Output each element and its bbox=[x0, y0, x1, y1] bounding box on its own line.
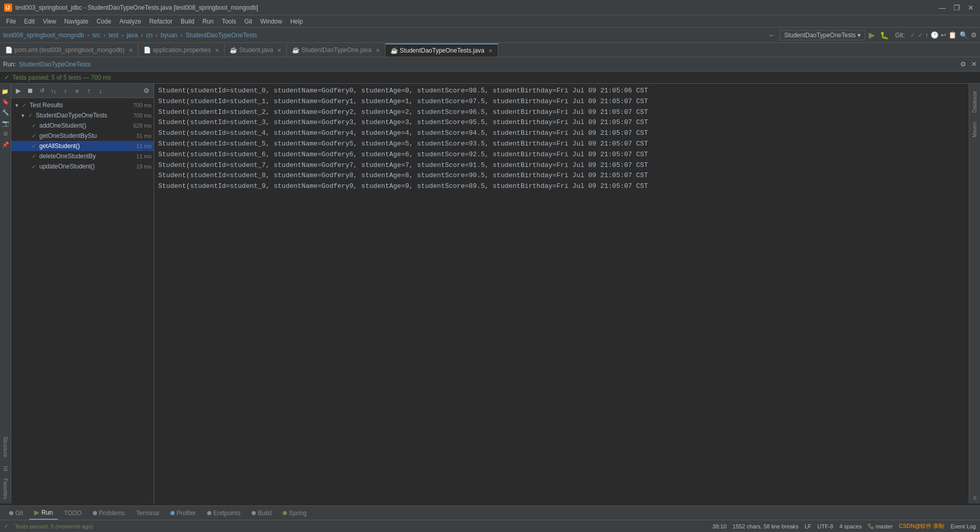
tab-studentdaotypeonetests-java[interactable]: ☕ StudentDaoTypeOneTests.java ✕ bbox=[385, 43, 498, 57]
git-check2-icon[interactable]: ✓ bbox=[918, 31, 923, 39]
test-tree-add[interactable]: ✓ addOneStudent() 628 ms bbox=[11, 120, 154, 131]
test-tree-results-root[interactable]: ▾ ✓ Test Results 700 ms bbox=[11, 100, 154, 110]
cogwheel-icon[interactable]: ⚙ bbox=[3, 131, 8, 137]
breadcrumb-src[interactable]: src bbox=[92, 32, 101, 39]
close-runbar-icon[interactable]: ✕ bbox=[971, 60, 977, 68]
wrench-icon[interactable]: 🔧 bbox=[2, 109, 9, 116]
minimize-button[interactable]: — bbox=[937, 4, 947, 12]
test-tree-delete[interactable]: ✓ deleteOneStudentBy 11 ms bbox=[11, 151, 154, 161]
breadcrumb-java[interactable]: java bbox=[127, 32, 138, 39]
bottom-tab-profiler[interactable]: Profiler bbox=[165, 506, 201, 520]
test-pass-badge: ✓ Tests passed: 5 of 5 tests — 700 ms bbox=[0, 71, 980, 84]
test-tree-getall[interactable]: ✓ getAllStudent() 11 ms bbox=[11, 141, 154, 151]
run-button[interactable]: ▶ bbox=[867, 30, 876, 40]
tp-filter-btn[interactable]: ≡ bbox=[72, 86, 82, 96]
tab-app-props-close[interactable]: ✕ bbox=[215, 47, 219, 53]
menu-navigate[interactable]: Navigate bbox=[60, 17, 92, 26]
tab-pom-xml-close[interactable]: ✕ bbox=[129, 47, 133, 53]
right-sidebar-collapse[interactable]: ≡ bbox=[973, 494, 976, 503]
tp-up-btn[interactable]: ↑ bbox=[84, 86, 94, 96]
bottom-tab-run[interactable]: ▶ Run bbox=[29, 506, 58, 520]
camera-icon[interactable]: 📷 bbox=[2, 120, 9, 127]
tp-rerun-btn[interactable]: ↺ bbox=[37, 86, 47, 96]
status-right-items: 38:10 1552 chars, 58 line breaks LF UTF-… bbox=[713, 522, 976, 530]
breadcrumb-class[interactable]: StudentDaoTypeOneTests bbox=[186, 32, 257, 39]
run-config-selector[interactable]: StudentDaoTypeOneTests ▾ bbox=[779, 30, 865, 40]
maven-tab[interactable]: Maven bbox=[971, 119, 978, 140]
menu-help[interactable]: Help bbox=[286, 17, 307, 26]
structure-label[interactable]: Structure bbox=[3, 437, 8, 462]
bottom-tab-endpoints[interactable]: Endpoints bbox=[202, 506, 246, 520]
favorites-label[interactable]: Favorites bbox=[3, 478, 8, 503]
tp-stop-btn[interactable]: ⏹ bbox=[25, 86, 35, 96]
tab-studentdaotypeone-java[interactable]: ☕ StudentDaoTypeOne.java ✕ bbox=[287, 43, 385, 57]
git-push-icon[interactable]: ↑ bbox=[925, 31, 929, 39]
output-panel[interactable]: Student(studentId=student_0, studentName… bbox=[154, 84, 969, 503]
breadcrumb-byuan[interactable]: byuan bbox=[161, 32, 178, 39]
tab-application-properties[interactable]: 📄 application.properties ✕ bbox=[138, 43, 225, 57]
breadcrumb-cn[interactable]: cn bbox=[146, 32, 153, 39]
test-tree-class[interactable]: ▾ ✓ StudentDaoTypeOneTests 700 ms bbox=[11, 110, 154, 120]
bookmarks-icon[interactable]: 🔖 bbox=[2, 99, 9, 105]
menu-git[interactable]: Git bbox=[240, 17, 256, 26]
project-icon[interactable]: 📁 bbox=[2, 88, 9, 94]
tp-sort2-btn[interactable]: ↕ bbox=[60, 86, 70, 96]
menu-code[interactable]: Code bbox=[92, 17, 115, 26]
maximize-button[interactable]: ❐ bbox=[951, 4, 962, 12]
bottom-tab-problems[interactable]: Problems bbox=[88, 506, 130, 520]
menu-run[interactable]: Run bbox=[199, 17, 218, 26]
status-position[interactable]: 38:10 bbox=[713, 522, 727, 530]
bottom-tab-build[interactable]: Build bbox=[247, 506, 277, 520]
database-tab[interactable]: Database bbox=[971, 88, 978, 116]
status-git-branch[interactable]: master bbox=[868, 522, 893, 530]
git-history-icon[interactable]: 🕐 bbox=[930, 31, 939, 39]
git-revert-icon[interactable]: ↩ bbox=[941, 31, 946, 39]
left-icon-5[interactable]: ☰ bbox=[3, 466, 8, 474]
menu-refactor[interactable]: Refactor bbox=[145, 17, 177, 26]
bottom-tab-git[interactable]: Git bbox=[4, 506, 28, 520]
menu-window[interactable]: Window bbox=[256, 17, 286, 26]
status-tests-passed[interactable]: Tests passed: 5 (moments ago) bbox=[15, 523, 93, 529]
settings-runbar-icon[interactable]: ⚙ bbox=[960, 60, 966, 68]
tab-student-java-close[interactable]: ✕ bbox=[277, 47, 281, 53]
close-button[interactable]: ✕ bbox=[966, 4, 976, 12]
tab-student-java[interactable]: ☕ Student.java ✕ bbox=[225, 43, 287, 57]
menu-file[interactable]: File bbox=[2, 17, 20, 26]
event-log-link[interactable]: Event Log bbox=[950, 522, 976, 530]
git-check-icon[interactable]: ✓ bbox=[910, 31, 916, 39]
tree-label-class: StudentDaoTypeOneTests bbox=[36, 112, 107, 119]
tp-sort1-btn[interactable]: ↑↓ bbox=[48, 86, 59, 96]
status-info[interactable]: 1552 chars, 58 line breaks bbox=[732, 522, 798, 530]
tab-studentdaotypeone-close[interactable]: ✕ bbox=[376, 47, 380, 53]
menu-edit[interactable]: Edit bbox=[20, 17, 39, 26]
output-line-2: Student(studentId=student_2, studentName… bbox=[158, 107, 965, 118]
tp-settings-btn[interactable]: ⚙ bbox=[141, 86, 152, 96]
output-line-9: Student(studentId=student_9, studentName… bbox=[158, 181, 965, 192]
menu-view[interactable]: View bbox=[39, 17, 60, 26]
test-tree-update[interactable]: ✓ updateOneStudent() 19 ms bbox=[11, 161, 154, 172]
output-line-0: Student(studentId=student_0, studentName… bbox=[158, 86, 965, 96]
bottom-tab-spring[interactable]: Spring bbox=[278, 506, 312, 520]
tab-studentdaotypeonetests-close[interactable]: ✕ bbox=[488, 48, 493, 54]
pin-icon[interactable]: 📌 bbox=[2, 141, 9, 148]
vcs-button[interactable]: 📋 bbox=[948, 31, 957, 39]
test-tree-getone[interactable]: ✓ getOneStudentByStu 31 ms bbox=[11, 131, 154, 141]
search-everywhere-icon[interactable]: 🔍 bbox=[959, 31, 969, 39]
breadcrumb-test[interactable]: test bbox=[109, 32, 118, 39]
tp-down-btn[interactable]: ↓ bbox=[95, 86, 106, 96]
status-encoding[interactable]: UTF-8 bbox=[817, 522, 833, 530]
tab-pom-xml[interactable]: 📄 pom.xml (test008_springboot_mongodb) ✕ bbox=[0, 43, 138, 57]
bottom-tab-todo[interactable]: TODO bbox=[59, 506, 86, 520]
bottom-tab-terminal[interactable]: Terminal bbox=[131, 506, 164, 520]
back-button[interactable]: ← bbox=[766, 31, 777, 39]
menu-tools[interactable]: Tools bbox=[218, 17, 240, 26]
menu-build[interactable]: Build bbox=[177, 17, 199, 26]
tp-run-btn[interactable]: ▶ bbox=[13, 86, 23, 96]
status-lf[interactable]: LF bbox=[804, 522, 811, 530]
debug-button[interactable]: 🐛 bbox=[878, 31, 890, 39]
endpoints-dot bbox=[207, 511, 211, 515]
project-name[interactable]: test008_springboot_mongodb bbox=[3, 32, 84, 39]
settings-icon[interactable]: ⚙ bbox=[971, 31, 977, 39]
status-spaces[interactable]: 4 spaces bbox=[839, 522, 862, 530]
menu-analyze[interactable]: Analyze bbox=[115, 17, 145, 26]
